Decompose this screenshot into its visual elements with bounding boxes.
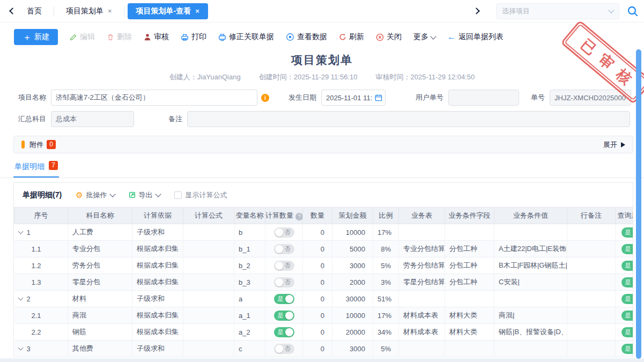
cell-row_remark (567, 257, 616, 274)
chevron-down-icon (608, 7, 614, 13)
cell-calc_qty: 否 (265, 257, 303, 274)
show-formula-checkbox[interactable] (174, 191, 182, 199)
summary-subject-input[interactable] (51, 111, 134, 127)
tabs-scroll-left-icon[interactable] (5, 4, 19, 18)
cell-row_remark (567, 291, 616, 307)
cell-calc_qty: 是 (265, 307, 303, 324)
cell-variable: c (234, 341, 265, 357)
query-show-toggle[interactable]: 是 (621, 227, 634, 238)
calc-qty-toggle[interactable]: 否 (274, 261, 294, 271)
fix-linked-docs-button[interactable]: 修正关联单据 (218, 32, 274, 42)
back-to-list-button[interactable]: ← 返回单据列表 (447, 32, 504, 42)
cell-biz_table (399, 291, 445, 307)
triangle-right-icon (621, 142, 625, 147)
cell-seq: 1.3 (14, 274, 68, 291)
more-button[interactable]: 更多 (413, 32, 435, 42)
audit-button[interactable]: 审核 (144, 32, 169, 42)
new-button[interactable]: ＋ 新建 (14, 29, 58, 45)
column-header-variable: 变量名称 (234, 208, 265, 224)
trash-icon (107, 33, 114, 41)
tabs-scroll-right-icon[interactable] (469, 4, 483, 18)
gear-icon: ⚙ (76, 191, 83, 199)
user-no-input[interactable] (448, 90, 519, 106)
cell-basis: 根据成本归集 (132, 241, 183, 257)
cell-subject: 人工费 (68, 224, 132, 241)
refresh-button[interactable]: 刷新 (339, 32, 364, 42)
row-expand-icon[interactable] (18, 229, 23, 234)
close-button[interactable]: 关闭 (376, 32, 402, 42)
table-row[interactable]: 2材料子级求和a是03000051%是 (14, 291, 634, 307)
cell-biz_value: B木工|F园林|G钢筋土| (494, 257, 567, 274)
cell-qty: 0 (303, 341, 332, 357)
close-icon[interactable]: × (108, 7, 112, 15)
table-row[interactable]: 2.1商混根据成本归集a_1是01000017%材料成本表材料大类商混|是 (14, 307, 634, 324)
row-expand-icon[interactable] (18, 295, 23, 301)
calc-qty-toggle[interactable]: 否 (274, 344, 294, 354)
row-expand-icon[interactable] (18, 345, 23, 351)
delete-button[interactable]: 删除 (107, 32, 132, 42)
cell-formula (183, 224, 234, 241)
print-button[interactable]: 打印 (181, 32, 206, 42)
cell-query_show: 是 (616, 241, 634, 257)
remark-label: 备注 (168, 114, 182, 124)
cell-seq: 1.1 (14, 241, 68, 257)
tab-project-plan-view[interactable]: 项目策划单-查看 × (128, 3, 208, 19)
calc-qty-toggle[interactable]: 否 (274, 227, 294, 238)
cell-seq: 2.2 (14, 324, 68, 341)
cell-calc_qty: 否 (265, 241, 303, 257)
cell-variable: b_1 (234, 241, 265, 257)
table-row[interactable]: 3其他费子级求和c否030005%是 (14, 341, 634, 357)
remark-input[interactable] (187, 111, 630, 127)
batch-operate-button[interactable]: ⚙ 批操作 (76, 190, 114, 200)
calc-qty-toggle[interactable]: 是 (274, 294, 294, 304)
doc-no-label: 单号 (531, 93, 545, 102)
query-show-toggle[interactable]: 是 (621, 244, 634, 254)
calc-qty-toggle[interactable]: 是 (274, 311, 294, 321)
tab-project-plan-list[interactable]: 项目策划单 × (57, 3, 121, 19)
project-select[interactable] (496, 3, 619, 19)
view-data-button[interactable]: 查看数据 (286, 32, 327, 42)
cell-row_remark (567, 324, 616, 341)
vertical-scrollbar[interactable] (636, 49, 641, 359)
table-row[interactable]: 2.2钢筋根据成本归集a_2是02000034%材料成本表材料大类钢筋|B、报警… (14, 324, 634, 341)
question-icon[interactable]: ? (295, 213, 303, 220)
edit-button[interactable]: 编辑 (70, 32, 95, 42)
query-show-toggle[interactable]: 是 (621, 327, 634, 337)
project-name-input[interactable] (51, 90, 257, 106)
info-icon[interactable]: i (261, 94, 269, 102)
expand-button[interactable]: 展开 (603, 140, 625, 150)
query-show-toggle[interactable]: 是 (621, 261, 634, 271)
calendar-icon[interactable] (375, 94, 382, 101)
query-show-toggle[interactable]: 是 (621, 294, 634, 304)
cell-biz_value: C安装| (494, 274, 567, 291)
tab-detail-lines[interactable]: 单据明细 7 (13, 160, 59, 178)
table-row[interactable]: 1.3零星分包根据成本归集b_3否020003%零星分包结算子分包工种C安装|是 (14, 274, 634, 291)
search-icon[interactable] (627, 5, 639, 17)
doc-no-input[interactable] (550, 90, 631, 106)
cell-query_show: 是 (616, 274, 634, 291)
cell-variable: b (234, 224, 265, 241)
table-row[interactable]: 1人工费子级求和b否01000017%是 (14, 224, 634, 241)
column-header-biz_field: 业务条件字段 (445, 208, 494, 224)
close-icon[interactable]: × (195, 7, 199, 15)
export-button[interactable]: 导出 (129, 190, 160, 200)
project-select-input[interactable] (502, 7, 609, 15)
query-show-toggle[interactable]: 是 (621, 311, 634, 321)
close-circle-icon (376, 33, 384, 41)
table-row[interactable]: 1.1专业分包根据成本归集b_1否050008%专业分包结算子分包工种A土建22… (14, 241, 634, 257)
cell-row_remark (567, 307, 616, 324)
cell-subject: 钢筋 (68, 324, 132, 341)
calc-qty-toggle[interactable]: 是 (274, 327, 294, 337)
user-no-label: 用户单号 (410, 93, 443, 102)
eye-icon (286, 33, 294, 41)
tab-home[interactable]: 首页 (19, 6, 54, 16)
table-row[interactable]: 1.2劳务分包根据成本归集b_2否030005%劳务分包结算子分包工种B木工|F… (14, 257, 634, 274)
calc-qty-toggle[interactable]: 否 (274, 244, 294, 254)
cell-amount: 3000 (332, 257, 373, 274)
cell-calc_qty: 是 (265, 324, 303, 341)
query-show-toggle[interactable]: 是 (621, 344, 634, 354)
query-show-toggle[interactable]: 是 (621, 277, 634, 287)
cell-biz_table: 专业分包结算子 (399, 241, 445, 257)
chevron-down-icon (430, 33, 436, 39)
calc-qty-toggle[interactable]: 否 (274, 277, 294, 287)
